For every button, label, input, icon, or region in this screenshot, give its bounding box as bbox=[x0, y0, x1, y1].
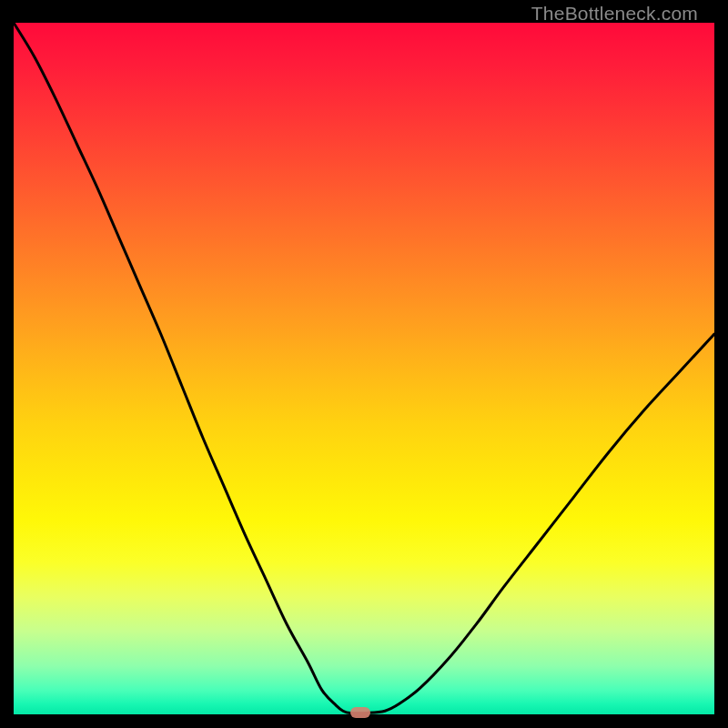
bottleneck-curve bbox=[14, 23, 714, 714]
optimal-point-marker bbox=[350, 707, 370, 718]
gradient-plot-area bbox=[14, 23, 714, 714]
watermark-text: TheBottleneck.com bbox=[531, 3, 698, 25]
chart-frame: TheBottleneck.com bbox=[14, 0, 714, 714]
